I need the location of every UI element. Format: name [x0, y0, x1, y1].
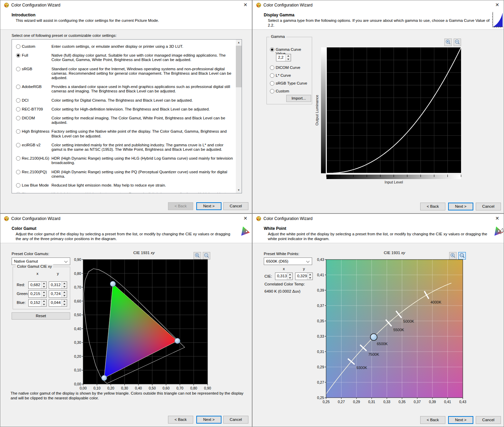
radio-rec-bt709[interactable] — [16, 107, 20, 112]
stepper-arrows[interactable] — [41, 299, 46, 306]
white-y-value[interactable]: 0,329 — [295, 273, 307, 280]
green-x-value[interactable]: 0,215 — [29, 291, 41, 297]
svg-text:0,80: 0,80 — [190, 386, 197, 390]
back-button[interactable]: < Back — [420, 416, 445, 424]
radio-ecirgb-v2[interactable] — [16, 143, 20, 147]
back-button[interactable]: < Back — [168, 416, 193, 424]
next-button[interactable]: Next > — [448, 203, 473, 210]
preset-option-row[interactable]: AdobeRGBProvides a standard color space … — [12, 85, 236, 93]
white-y-stepper[interactable]: 0,329 — [295, 273, 313, 280]
page-title: Display Gamma — [264, 13, 294, 17]
blue-x-value[interactable]: 0,152 — [29, 299, 41, 306]
svg-text:0,31: 0,31 — [368, 400, 375, 404]
scroll-thumb[interactable] — [236, 46, 242, 87]
radio-rec-2100-pq-[interactable] — [16, 170, 20, 174]
svg-text:0,10: 0,10 — [93, 386, 101, 390]
blue-y-value[interactable]: 0,044 — [49, 299, 61, 306]
back-button[interactable]: < Back — [420, 203, 445, 210]
stepper-arrows[interactable] — [61, 282, 67, 289]
radio-srgb[interactable] — [16, 67, 20, 71]
select-preset-label: Select one of following preset or custom… — [12, 33, 117, 38]
gamma-value[interactable]: 2,2 — [276, 54, 285, 61]
close-icon[interactable]: ✕ — [495, 2, 499, 8]
import-button[interactable]: Import... — [286, 95, 311, 102]
white-point-indicator[interactable] — [370, 334, 377, 340]
stepper-arrows[interactable] — [41, 282, 46, 289]
svg-text:0,70: 0,70 — [177, 386, 184, 390]
red-primary-handle[interactable] — [175, 338, 180, 343]
close-icon[interactable]: ✕ — [243, 2, 247, 8]
radio-low-blue-mode[interactable] — [16, 183, 20, 188]
radio-adobergb[interactable] — [16, 85, 20, 89]
stepper-arrows[interactable] — [61, 299, 67, 306]
stepper-arrows[interactable] — [287, 273, 292, 280]
radio-dicom[interactable] — [16, 116, 20, 120]
cancel-button[interactable]: Cancel — [476, 203, 501, 210]
radio-lstar-curve[interactable] — [270, 73, 274, 78]
red-x-stepper[interactable]: 0,682 — [28, 281, 47, 289]
close-icon[interactable]: ✕ — [243, 216, 247, 221]
preset-option-row[interactable]: Rec.2100(PQ)HDR (High Dynamic Range) set… — [12, 170, 236, 179]
preset-option-label: High Brightness — [22, 129, 51, 138]
preset-option-row[interactable]: Rec.2100(HLG)HDR (High Dynamic Range) se… — [12, 156, 236, 165]
preset-option-row[interactable]: SignageHigh brightness and high color te… — [12, 192, 236, 193]
radio-srgb-type-curve[interactable] — [270, 81, 274, 86]
stepper-arrows[interactable] — [285, 54, 291, 61]
svg-text:0,37: 0,37 — [317, 304, 324, 308]
reset-button[interactable]: Reset — [12, 312, 70, 320]
preset-option-row[interactable]: DCIColor setting for Digital Cinema. The… — [12, 98, 236, 103]
blue-y-stepper[interactable]: 0,044 — [49, 299, 67, 307]
radio-full[interactable] — [16, 53, 20, 58]
cancel-button[interactable]: Cancel — [223, 202, 248, 210]
stepper-arrows[interactable] — [61, 291, 67, 297]
radio-rec-2100-hlg-[interactable] — [16, 156, 20, 161]
preset-white-point-select[interactable]: 6500K (D65) — [264, 257, 312, 265]
radio-dci[interactable] — [16, 98, 20, 103]
preset-option-row[interactable]: High BrightnessFactory setting using the… — [12, 129, 236, 138]
radio-dicom-curve[interactable] — [270, 65, 274, 70]
back-button[interactable]: < Back — [168, 202, 193, 210]
stepper-arrows[interactable] — [41, 291, 46, 297]
radio-custom-gamma[interactable] — [270, 89, 274, 93]
preset-option-description: Color setting for High-definition televi… — [51, 107, 234, 112]
next-button[interactable]: Next > — [196, 202, 222, 210]
gamma-header: Color Configuration Wizard ✕ Display Gam… — [253, 0, 504, 30]
preset-option-description: Provides a standard color space used in … — [51, 85, 234, 93]
next-button[interactable]: Next > — [448, 416, 473, 424]
red-y-value[interactable]: 0,312 — [49, 282, 61, 289]
preset-option-row[interactable]: sRGBStandard color space used for the In… — [12, 67, 236, 80]
scrollbar[interactable]: ▲ ▼ — [236, 40, 242, 193]
preset-list[interactable]: CustomEnter custom settings, or emulate … — [12, 39, 242, 193]
radio-high-brightness[interactable] — [16, 129, 20, 134]
radio-gamma-curve-value[interactable] — [270, 47, 274, 52]
white-point-chart[interactable]: CIE 1931 xy4000K5000K5500K6500K7500K9300… — [317, 249, 470, 407]
cancel-button[interactable]: Cancel — [476, 416, 501, 424]
blue-primary-handle[interactable] — [102, 375, 107, 381]
white-x-stepper[interactable]: 0,313 — [275, 273, 293, 280]
preset-option-row[interactable]: CustomEnter custom settings, or emulate … — [12, 44, 236, 49]
preset-option-row[interactable]: DICOMColor setting for medical imaging. … — [12, 116, 236, 125]
red-y-stepper[interactable]: 0,312 — [49, 281, 67, 289]
close-icon[interactable]: ✕ — [495, 216, 499, 221]
white-x-value[interactable]: 0,313 — [275, 273, 287, 280]
preset-option-row[interactable]: REC-BT709Color setting for High-definiti… — [12, 107, 236, 112]
cie-gamut-chart[interactable]: CIE 1931 xy0,900,800,700,600,500,400,300… — [74, 249, 217, 393]
red-x-value[interactable]: 0,682 — [29, 282, 41, 289]
svg-text:0,43: 0,43 — [459, 400, 467, 404]
preset-option-row[interactable]: eciRGB v2Color setting intended mainly f… — [12, 143, 236, 152]
scroll-down-icon[interactable]: ▼ — [236, 187, 242, 193]
cancel-button[interactable]: Cancel — [223, 416, 248, 424]
gamma-value-stepper[interactable]: 2,2 — [276, 54, 291, 61]
green-y-value[interactable]: 0,724 — [49, 291, 61, 297]
preset-option-row[interactable]: FullNative (full) display color gamut. S… — [12, 53, 236, 62]
green-y-stepper[interactable]: 0,724 — [49, 290, 67, 298]
stepper-arrows[interactable] — [307, 273, 312, 280]
green-primary-handle[interactable] — [110, 281, 116, 286]
next-button[interactable]: Next > — [196, 416, 222, 424]
preset-option-row[interactable]: Low Blue ModeReduced blue light emission… — [12, 183, 236, 188]
radio-custom[interactable] — [16, 44, 20, 49]
preset-gamut-select[interactable]: Native Gamut — [12, 257, 70, 265]
scroll-up-icon[interactable]: ▲ — [236, 40, 242, 45]
blue-x-stepper[interactable]: 0,152 — [28, 299, 47, 307]
green-x-stepper[interactable]: 0,215 — [28, 290, 47, 298]
